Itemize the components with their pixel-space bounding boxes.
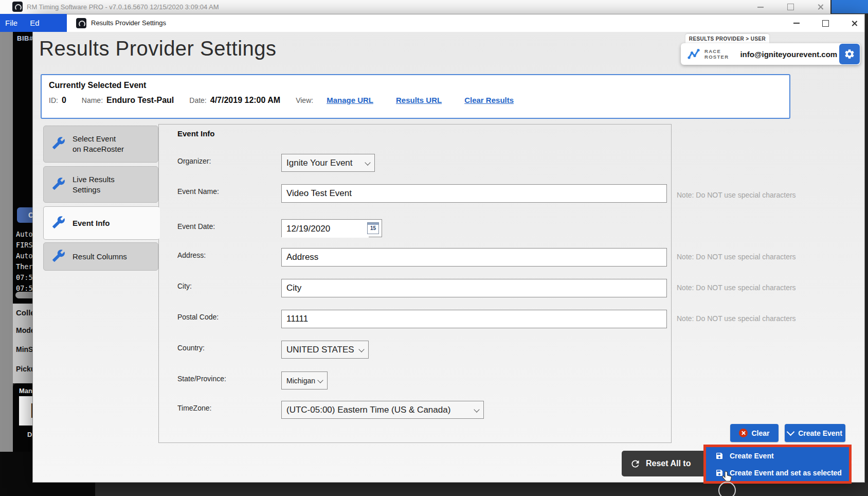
main-minimize-button[interactable] xyxy=(752,0,769,14)
save-icon xyxy=(715,452,724,460)
manage-url-link[interactable]: Manage URL xyxy=(327,96,373,104)
tab-live-results-settings[interactable]: Live ResultsSettings xyxy=(43,166,158,203)
organizer-label: Organizer: xyxy=(177,157,211,165)
main-menubar: File Ed xyxy=(0,14,67,32)
city-label: City: xyxy=(177,282,192,290)
event-date-field: 15 xyxy=(281,219,382,237)
minimize-icon xyxy=(757,7,764,8)
maximize-icon xyxy=(787,4,794,10)
event-name-input[interactable] xyxy=(281,184,667,203)
close-icon xyxy=(851,20,858,27)
id-label: ID: xyxy=(49,96,58,104)
name-value: Enduro Test-Paul xyxy=(106,96,174,105)
event-name-note: Note: Do NOT use special characters xyxy=(677,191,796,199)
address-note: Note: Do NOT use special characters xyxy=(677,253,796,261)
clear-button[interactable]: Clear xyxy=(730,424,779,442)
postal-code-input[interactable] xyxy=(281,310,667,328)
city-input[interactable] xyxy=(281,279,667,297)
address-input[interactable] xyxy=(281,248,667,267)
date-value: 4/7/2019 12:00 AM xyxy=(210,96,280,105)
dialog-app-icon xyxy=(76,18,86,28)
selected-event-heading: Currently Selected Event xyxy=(49,81,782,90)
event-name-label: Event Name: xyxy=(177,187,219,196)
currently-selected-event-box: Currently Selected Event ID: 0 Name: End… xyxy=(41,74,790,119)
results-provider-settings-dialog: Results Provider Settings Results Provid… xyxy=(32,14,865,483)
chevron-down-icon xyxy=(317,377,323,383)
dialog-close-button[interactable] xyxy=(845,16,863,30)
dialog-minimize-button[interactable] xyxy=(788,16,805,30)
wrench-icon xyxy=(52,177,65,192)
dialog-maximize-button[interactable] xyxy=(817,16,834,30)
state-province-select[interactable]: Michigan xyxy=(281,371,328,389)
chevron-down-icon xyxy=(358,346,364,352)
chevron-down-icon xyxy=(787,428,795,436)
account-email: info@igniteyourevent.com xyxy=(740,50,837,59)
postal-code-note: Note: Do NOT use special characters xyxy=(677,314,796,323)
provider-account-box: RACE ROSTER info@igniteyourevent.com xyxy=(681,43,860,65)
timezone-select[interactable]: (UTC-05:00) Eastern Time (US & Canada) xyxy=(281,401,484,419)
app-logo-icon xyxy=(12,2,23,12)
tab-event-info[interactable]: Event Info xyxy=(43,206,160,240)
chevron-down-icon xyxy=(474,406,479,412)
gear-icon xyxy=(844,48,855,60)
tab-result-columns[interactable]: Result Columns xyxy=(43,242,158,271)
dialog-title: Results Provider Settings xyxy=(91,14,166,32)
menu-edit[interactable]: Ed xyxy=(30,19,39,27)
tab-label: Result Columns xyxy=(73,252,127,262)
view-label: View: xyxy=(296,96,313,104)
clear-results-link[interactable]: Clear Results xyxy=(464,96,514,104)
bib-column-header: BIB# xyxy=(17,34,33,42)
main-window-titlebar: RM Timing Software PRO - v7.0.16.5670 12… xyxy=(0,0,830,14)
hand-cursor xyxy=(721,470,733,486)
refresh-icon xyxy=(630,458,641,469)
chevron-down-icon xyxy=(365,160,370,165)
menu-item-create-event[interactable]: Create Event xyxy=(706,447,849,464)
id-value: 0 xyxy=(62,96,66,105)
page-title: Results Provider Settings xyxy=(39,37,277,60)
postal-code-label: Postal Code: xyxy=(177,313,219,321)
country-select[interactable]: UNITED STATES xyxy=(281,341,369,359)
event-info-panel: Event Info Organizer: Ignite Your Event … xyxy=(158,124,672,443)
wrench-icon xyxy=(52,249,65,264)
calendar-icon[interactable]: 15 xyxy=(367,222,379,234)
main-close-button[interactable] xyxy=(811,0,829,14)
dialog-titlebar: Results Provider Settings xyxy=(33,14,864,32)
minimize-icon xyxy=(793,23,800,24)
maximize-icon xyxy=(822,20,829,27)
event-date-input[interactable] xyxy=(282,220,369,238)
race-roster-logo-icon xyxy=(687,48,700,60)
event-info-heading: Event Info xyxy=(177,129,215,138)
screen: RM Timing Software PRO - v7.0.16.5670 12… xyxy=(0,0,868,496)
background-bottom-strip xyxy=(95,483,868,496)
results-url-link[interactable]: Results URL xyxy=(396,96,442,104)
timezone-label: TimeZone: xyxy=(177,404,211,412)
clear-x-icon xyxy=(739,429,748,437)
background-window-fragment xyxy=(831,0,868,13)
city-note: Note: Do NOT use special characters xyxy=(677,284,796,292)
create-event-button[interactable]: Create Event xyxy=(785,424,845,442)
date-label: Date: xyxy=(189,96,206,104)
close-icon xyxy=(817,4,824,10)
race-roster-wordmark: RACE ROSTER xyxy=(704,48,729,60)
wrench-icon xyxy=(52,216,65,231)
wrench-icon xyxy=(52,136,65,152)
main-maximize-button[interactable] xyxy=(782,0,799,14)
main-window-title: RM Timing Software PRO - v7.0.16.5670 12… xyxy=(27,0,219,14)
provider-user-badge: RESULTS PROVIDER > USER xyxy=(685,34,769,43)
organizer-select[interactable]: Ignite Your Event xyxy=(281,154,375,172)
main-window-left-edge xyxy=(0,14,13,496)
tab-label: Event Info xyxy=(73,218,110,228)
tab-label: Select Eventon RaceRoster xyxy=(73,134,124,154)
event-date-label: Event Date: xyxy=(177,222,215,231)
provider-settings-button[interactable] xyxy=(839,44,860,64)
country-label: Country: xyxy=(177,344,205,352)
name-label: Name: xyxy=(82,96,103,104)
tab-select-event-on-raceroster[interactable]: Select Eventon RaceRoster xyxy=(43,126,158,163)
address-label: Address: xyxy=(177,251,206,259)
menu-file[interactable]: File xyxy=(5,19,17,27)
state-province-label: State/Province: xyxy=(177,375,226,383)
tab-label: Live ResultsSettings xyxy=(73,174,115,195)
